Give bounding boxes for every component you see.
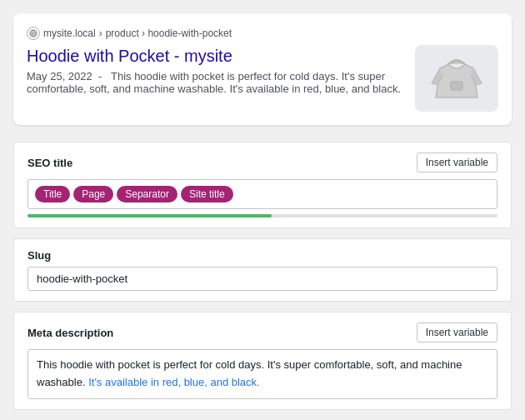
search-preview-card: mysite.local › product › hoodie-with-poc… xyxy=(13,13,512,125)
seo-title-label: SEO title xyxy=(28,157,72,169)
seo-title-progress-bar xyxy=(28,214,498,218)
site-icon xyxy=(27,27,40,40)
meta-description-highlight: It's available in red, blue, and black. xyxy=(88,376,260,388)
breadcrumb-path-text: product › hoodie-with-pocket xyxy=(106,28,232,39)
seo-insert-variable-button[interactable]: Insert variable xyxy=(417,152,498,172)
slug-input[interactable] xyxy=(28,267,498,291)
seo-title-section: SEO title Insert variable Title Page Sep… xyxy=(13,142,512,228)
preview-title: Hoodie with Pocket - mysite xyxy=(27,45,402,67)
tag-site-title[interactable]: Site title xyxy=(181,186,233,202)
preview-image xyxy=(415,45,498,112)
breadcrumb-path: › xyxy=(99,28,102,39)
slug-section: Slug xyxy=(13,238,512,302)
svg-rect-4 xyxy=(451,82,462,90)
preview-text: Hoodie with Pocket - mysite May 25, 2022… xyxy=(27,45,402,97)
tag-separator[interactable]: Separator xyxy=(117,186,178,202)
preview-date: May 25, 2022 - This hoodie with pocket i… xyxy=(27,70,402,95)
slug-label: Slug xyxy=(28,249,498,262)
breadcrumb-domain: mysite.local xyxy=(43,28,96,39)
meta-description-label: Meta description xyxy=(28,327,113,339)
meta-description-text[interactable]: This hoodie with pocket is perfect for c… xyxy=(28,349,498,399)
meta-description-header: Meta description Insert variable xyxy=(28,322,498,342)
meta-insert-variable-button[interactable]: Insert variable xyxy=(417,322,498,342)
breadcrumb: mysite.local › product › hoodie-with-poc… xyxy=(27,27,498,40)
meta-description-section: Meta description Insert variable This ho… xyxy=(13,312,512,410)
seo-title-input[interactable]: Title Page Separator Site title xyxy=(28,179,498,209)
seo-title-progress-fill xyxy=(28,214,272,218)
preview-content: Hoodie with Pocket - mysite May 25, 2022… xyxy=(27,45,498,112)
tag-title[interactable]: Title xyxy=(35,186,70,202)
seo-title-header: SEO title Insert variable xyxy=(28,152,498,172)
tag-page[interactable]: Page xyxy=(73,186,113,202)
